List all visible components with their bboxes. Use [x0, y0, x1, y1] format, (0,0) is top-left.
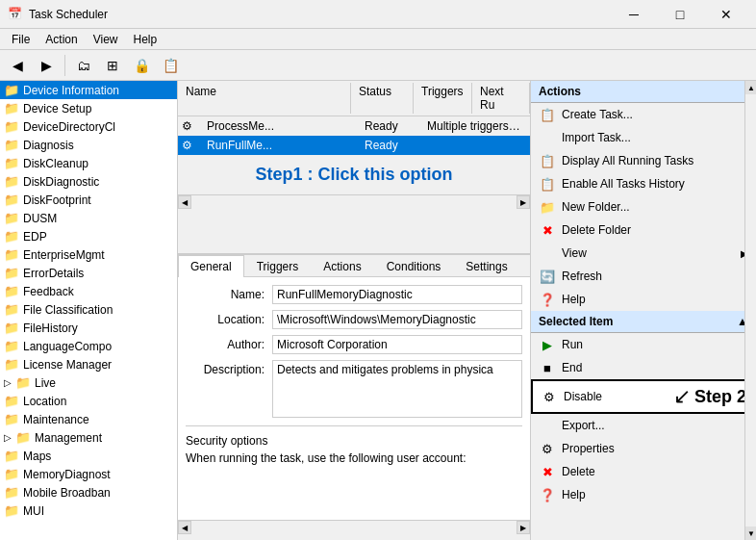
toolbar-clipboard[interactable]: 📋 — [157, 53, 184, 78]
end-item[interactable]: ■ End — [531, 356, 756, 379]
help-item[interactable]: ❓ Help — [531, 288, 756, 311]
selected-item-header-label: Selected Item — [539, 315, 613, 328]
minimize-button[interactable]: ─ — [612, 1, 656, 28]
right-scrollbar[interactable]: ▲ ▼ — [744, 81, 756, 540]
description-textarea[interactable]: Detects and mitigates problems in physic… — [272, 360, 522, 418]
form-row-location: Location: \Microsoft\Windows\MemoryDiagn… — [186, 310, 522, 329]
detail-panel: General Triggers Actions Conditions Sett… — [178, 254, 530, 533]
form-horizontal-scrollbar[interactable]: ◀ ▶ — [178, 520, 530, 533]
form-row-author: Author: Microsoft Corporation — [186, 335, 522, 354]
scroll-up-btn[interactable]: ▲ — [745, 81, 756, 94]
view-item[interactable]: View ▶ — [531, 242, 756, 265]
display-running-item[interactable]: 📋 Display All Running Tasks — [531, 149, 756, 172]
sidebar-item-live[interactable]: ▷ 📁 Live — [0, 373, 177, 392]
tab-settings[interactable]: Settings — [453, 255, 519, 277]
sidebar-item-diskfootprint[interactable]: 📁 DiskFootprint — [0, 191, 177, 209]
sidebar-item-filehistory[interactable]: 📁 FileHistory — [0, 319, 177, 337]
name-input[interactable] — [272, 285, 522, 304]
arrow-indicator: ↙ — [673, 384, 691, 409]
sidebar-item-diskcleanup[interactable]: 📁 DiskCleanup — [0, 154, 177, 172]
sidebar-item-enterprisemgmt[interactable]: 📁 EnterpriseMgmt — [0, 245, 177, 264]
toolbar-folder[interactable]: 🗂 — [70, 53, 97, 78]
expand-arrow-icon: ▷ — [4, 432, 15, 443]
task-name: RunFullMe... — [201, 138, 359, 153]
refresh-item[interactable]: 🔄 Refresh — [531, 265, 756, 288]
sidebar-item-mobilebroadban[interactable]: 📁 Mobile Broadban — [0, 483, 177, 501]
app-icon: 📅 — [8, 7, 23, 22]
scroll-down-btn[interactable]: ▼ — [745, 527, 756, 540]
delete-label: Delete — [562, 465, 748, 478]
sidebar-item-languagecompo[interactable]: 📁 LanguageCompo — [0, 337, 177, 355]
sidebar-item-errordetails[interactable]: 📁 ErrorDetails — [0, 264, 177, 282]
step2-label: Step 2 — [694, 387, 746, 407]
run-item[interactable]: ▶ Run — [531, 333, 756, 356]
tab-h[interactable]: H — [520, 255, 530, 277]
toolbar-lock[interactable]: 🔒 — [128, 53, 155, 78]
delete-folder-item[interactable]: ✖ Delete Folder — [531, 219, 756, 242]
folder-icon: 📁 — [4, 302, 19, 317]
scroll-thumb — [745, 94, 756, 527]
menu-help[interactable]: Help — [126, 31, 165, 48]
tab-general[interactable]: General — [178, 255, 244, 277]
selected-help-item[interactable]: ❓ Help — [531, 483, 756, 506]
sidebar-item-memorydiagnost[interactable]: 📁 MemoryDiagnost — [0, 465, 177, 483]
sidebar-item-location[interactable]: 📁 Location — [0, 392, 177, 410]
security-text: When running the task, use the following… — [186, 451, 522, 465]
menu-action[interactable]: Action — [38, 31, 85, 48]
sidebar-item-diskdiagnostic[interactable]: 📁 DiskDiagnostic — [0, 172, 177, 191]
sidebar-item-label: Device Information — [23, 84, 119, 97]
sidebar-item-fileclassification[interactable]: 📁 File Classification — [0, 300, 177, 319]
sidebar-item-edp[interactable]: 📁 EDP — [0, 227, 177, 245]
display-running-label: Display All Running Tasks — [562, 154, 748, 167]
task-row-selected[interactable]: ⚙ RunFullMe... Ready — [178, 136, 530, 155]
menu-view[interactable]: View — [86, 31, 126, 48]
menu-file[interactable]: File — [4, 31, 38, 48]
folder-icon: 📁 — [4, 467, 19, 481]
scroll-right-btn[interactable]: ▶ — [517, 195, 530, 209]
disable-icon: ⚙ — [541, 388, 558, 405]
disable-item[interactable]: ⚙ Disable ↙ Step 2 — [531, 379, 756, 414]
new-folder-item[interactable]: 📁 New Folder... — [531, 195, 756, 219]
col-status[interactable]: Status — [351, 83, 414, 114]
help-label: Help — [562, 293, 748, 306]
delete-item[interactable]: ✖ Delete — [531, 460, 756, 483]
folder-icon: 📁 — [4, 503, 19, 518]
sidebar-item-device-setup[interactable]: 📁 Device Setup — [0, 99, 177, 117]
sidebar-item-feedback[interactable]: 📁 Feedback — [0, 282, 177, 300]
sidebar-item-management[interactable]: ▷ 📁 Management — [0, 428, 177, 447]
form-scroll-left[interactable]: ◀ — [178, 521, 191, 534]
form-scroll-right[interactable]: ▶ — [517, 521, 530, 534]
new-folder-label: New Folder... — [562, 200, 748, 214]
sidebar-item-dusm[interactable]: 📁 DUSM — [0, 209, 177, 227]
maximize-button[interactable]: □ — [658, 1, 702, 28]
sidebar-item-maintenance[interactable]: 📁 Maintenance — [0, 410, 177, 428]
col-triggers[interactable]: Triggers — [414, 83, 472, 114]
sidebar-item-diagnosis[interactable]: 📁 Diagnosis — [0, 136, 177, 154]
properties-item[interactable]: ⚙ Properties — [531, 437, 756, 460]
toolbar-back[interactable]: ◀ — [4, 53, 31, 78]
sidebar-item-licensemanager[interactable]: 📁 License Manager — [0, 355, 177, 373]
import-task-item[interactable]: Import Task... — [531, 126, 756, 149]
export-item[interactable]: Export... — [531, 414, 756, 437]
sidebar-item-device-information[interactable]: 📁 Device Information — [0, 81, 177, 99]
tab-conditions[interactable]: Conditions — [374, 255, 454, 277]
sidebar-item-mui[interactable]: 📁 MUI — [0, 501, 177, 520]
enable-history-item[interactable]: 📋 Enable All Tasks History — [531, 172, 756, 195]
sidebar-item-devicedirectorycl[interactable]: 📁 DeviceDirectoryCl — [0, 117, 177, 136]
sidebar-item-label: DeviceDirectoryCl — [23, 120, 115, 134]
horizontal-scrollbar[interactable]: ◀ ▶ — [178, 194, 530, 208]
create-task-item[interactable]: 📋 Create Task... — [531, 103, 756, 126]
close-button[interactable]: ✕ — [704, 1, 748, 28]
task-list: Name Status Triggers Next Ru ⚙ ProcessMe… — [178, 81, 530, 254]
col-nextrun[interactable]: Next Ru — [472, 83, 530, 114]
location-value: \Microsoft\Windows\MemoryDiagnostic — [272, 310, 522, 329]
tab-triggers[interactable]: Triggers — [244, 255, 312, 277]
toolbar-grid[interactable]: ⊞ — [99, 53, 126, 78]
scroll-left-btn[interactable]: ◀ — [178, 195, 191, 209]
task-name: ProcessMe... — [201, 118, 359, 134]
sidebar-item-maps[interactable]: 📁 Maps — [0, 447, 177, 465]
task-row[interactable]: ⚙ ProcessMe... Ready Multiple triggers d… — [178, 116, 530, 136]
col-name[interactable]: Name — [178, 83, 351, 114]
toolbar-forward[interactable]: ▶ — [33, 53, 60, 78]
tab-actions[interactable]: Actions — [311, 255, 373, 277]
